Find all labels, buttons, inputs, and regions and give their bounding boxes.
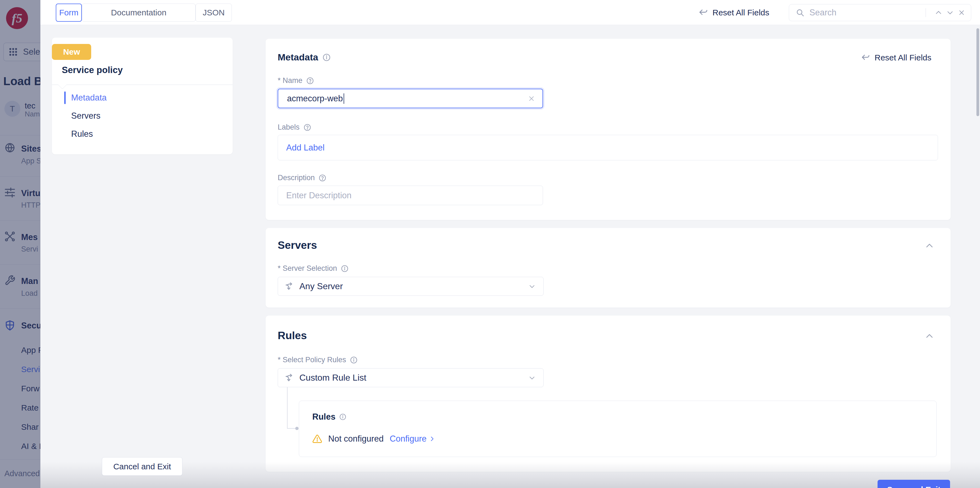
warning-icon	[312, 434, 322, 444]
configure-link-text: Configure	[390, 434, 426, 444]
app-sidebar: f5 Sele Load Ba T tec Nam Sites App S	[0, 0, 40, 488]
servers-heading: Servers	[278, 239, 317, 251]
search-clear-icon[interactable]	[958, 9, 966, 16]
rules-heading: Rules	[278, 329, 307, 342]
search-bar[interactable]	[789, 4, 971, 21]
help-icon[interactable]	[304, 124, 311, 131]
nested-rules-heading-text: Rules	[312, 412, 336, 422]
scrollbar-thumb[interactable]	[977, 28, 979, 116]
search-input[interactable]	[810, 8, 923, 17]
nested-rules-heading: Rules	[312, 412, 346, 422]
save-and-exit-button[interactable]: Save and Exit	[878, 480, 950, 488]
tab-documentation[interactable]: Documentation	[82, 3, 196, 22]
search-icon	[796, 8, 805, 17]
modal-content: New Service policy Metadata Servers Rule…	[40, 25, 980, 488]
info-icon[interactable]	[350, 356, 358, 364]
server-selection-value: Any Server	[299, 281, 343, 291]
clear-input-icon[interactable]	[528, 95, 535, 102]
branch-icon	[285, 374, 294, 382]
search-prev-icon[interactable]	[935, 9, 942, 16]
chevron-down-icon	[528, 374, 536, 381]
undo-icon	[861, 53, 870, 62]
cancel-and-exit-button[interactable]: Cancel and Exit	[102, 457, 182, 476]
info-icon[interactable]	[341, 265, 348, 272]
status-badge: Not configured	[328, 434, 384, 444]
app-root: { "colors": { "accent_blue": "#4a6cf7", …	[0, 0, 980, 488]
labels-container: Add Label	[278, 135, 938, 161]
metadata-section-card: Metadata Reset All Fields * Name acmecor…	[266, 39, 951, 220]
active-step-indicator	[64, 91, 66, 104]
tab-form[interactable]: Form	[56, 3, 82, 22]
help-icon[interactable]	[318, 174, 326, 182]
text-cursor	[344, 93, 344, 104]
reset-all-fields-label: Reset All Fields	[713, 8, 769, 17]
server-selection-label-text: * Server Selection	[278, 264, 337, 273]
chevron-right-icon	[429, 436, 435, 442]
name-input-value: acmecorp-web	[287, 94, 343, 103]
name-input[interactable]: acmecorp-web	[278, 89, 543, 108]
add-label-button[interactable]: Add Label	[286, 143, 325, 153]
nested-rules-box: Rules Not configured Configure	[299, 401, 937, 457]
connector-line	[287, 428, 296, 429]
description-input[interactable]	[278, 186, 543, 205]
description-label-text: Description	[278, 173, 315, 182]
metadata-heading-text: Metadata	[278, 52, 318, 63]
modal-topbar: Form Documentation JSON Reset All Fields	[40, 0, 980, 25]
wizard-step-metadata[interactable]: Metadata	[71, 93, 107, 103]
rules-status-row: Not configured Configure	[312, 434, 435, 444]
reset-all-fields-label: Reset All Fields	[875, 53, 931, 62]
branch-icon	[285, 282, 294, 291]
collapse-section-icon[interactable]	[925, 331, 934, 341]
server-selection-dropdown[interactable]: Any Server	[278, 277, 544, 296]
servers-section-card: Servers * Server Selection Any Server	[266, 228, 951, 308]
connector-line	[287, 387, 288, 428]
metadata-heading: Metadata	[278, 52, 331, 63]
divider	[926, 8, 926, 17]
wizard-nav-card: New Service policy Metadata Servers Rule…	[52, 38, 233, 154]
modal-backdrop[interactable]	[0, 0, 40, 488]
wizard-step-servers[interactable]: Servers	[71, 111, 100, 121]
select-policy-rules-label-text: * Select Policy Rules	[278, 356, 346, 364]
chevron-down-icon	[528, 283, 536, 290]
divider	[52, 84, 233, 85]
create-service-policy-modal: Form Documentation JSON Reset All Fields	[40, 0, 980, 488]
collapse-section-icon[interactable]	[925, 241, 934, 250]
rules-section-card: Rules * Select Policy Rules Custom Rule …	[266, 316, 951, 472]
info-icon[interactable]	[323, 53, 331, 62]
policy-rules-value: Custom Rule List	[299, 373, 366, 383]
description-field-label: Description	[278, 173, 326, 182]
name-field-label: * Name	[278, 76, 314, 85]
wizard-title: Service policy	[62, 65, 123, 75]
new-badge: New	[52, 44, 91, 60]
select-policy-rules-label: * Select Policy Rules	[278, 356, 358, 364]
connector-dot	[295, 427, 299, 430]
server-selection-label: * Server Selection	[278, 264, 348, 273]
configure-link[interactable]: Configure	[390, 434, 435, 444]
name-label-text: * Name	[278, 76, 302, 85]
rules-heading-text: Rules	[278, 329, 307, 342]
collapse-notch-icon	[58, 80, 67, 89]
help-icon[interactable]	[306, 77, 314, 84]
servers-heading-text: Servers	[278, 239, 317, 251]
policy-rules-dropdown[interactable]: Custom Rule List	[278, 368, 544, 387]
search-next-icon[interactable]	[946, 9, 954, 16]
info-icon[interactable]	[339, 413, 346, 420]
reset-all-fields-button[interactable]: Reset All Fields	[698, 0, 769, 25]
labels-label-text: Labels	[278, 123, 300, 132]
tab-json[interactable]: JSON	[196, 3, 232, 22]
labels-field-label: Labels	[278, 123, 311, 132]
reset-all-fields-button[interactable]: Reset All Fields	[861, 53, 931, 62]
undo-icon	[698, 8, 708, 17]
wizard-step-rules[interactable]: Rules	[71, 129, 93, 139]
